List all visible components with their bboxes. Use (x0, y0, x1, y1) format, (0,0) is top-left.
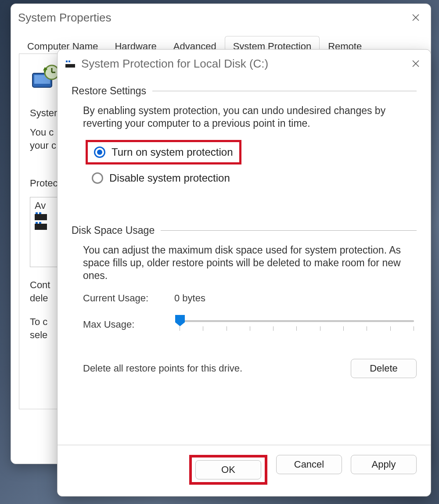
config-footer: OK Cancel Apply (58, 445, 431, 496)
radio-disable-system-protection[interactable]: Disable system protection (86, 168, 236, 188)
ok-button[interactable]: OK (195, 460, 261, 479)
delete-button[interactable]: Delete (351, 359, 417, 378)
restore-settings-header: Restore Settings (72, 85, 417, 97)
section-label: Restore Settings (72, 85, 146, 97)
max-usage-row: Max Usage: (83, 316, 417, 337)
system-properties-title: System Properties (18, 11, 111, 25)
radio-label: Turn on system protection (112, 146, 233, 159)
max-usage-slider[interactable] (175, 316, 414, 337)
delete-row: Delete all restore points for this drive… (83, 359, 417, 378)
system-protection-config-window: System Protection for Local Disk (C:) Re… (57, 49, 431, 497)
slider-ticks (180, 326, 414, 332)
delete-description: Delete all restore points for this drive… (83, 362, 242, 375)
drive-icon (35, 224, 47, 230)
ok-button-highlight: OK (189, 455, 267, 485)
divider (161, 230, 417, 231)
current-usage-value: 0 bytes (174, 292, 205, 304)
config-titlebar: System Protection for Local Disk (C:) (58, 50, 431, 78)
drive-icon (65, 60, 75, 68)
system-properties-titlebar: System Properties (11, 4, 431, 31)
close-button[interactable] (407, 9, 425, 26)
config-title: System Protection for Local Disk (C:) (81, 57, 268, 71)
section-label: Disk Space Usage (72, 224, 155, 237)
radio-turn-on-system-protection[interactable]: Turn on system protection (86, 140, 241, 164)
radio-icon (92, 172, 103, 184)
close-icon (411, 59, 420, 68)
max-usage-label: Max Usage: (83, 316, 158, 331)
apply-button[interactable]: Apply (351, 455, 417, 474)
close-button[interactable] (407, 55, 425, 72)
drive-icon (35, 214, 47, 220)
close-icon (411, 13, 420, 22)
slider-track (180, 320, 414, 322)
disk-space-header: Disk Space Usage (72, 224, 417, 237)
disk-space-description: You can adjust the maximum disk space us… (83, 244, 411, 282)
restore-radio-group: Turn on system protection Disable system… (86, 140, 417, 188)
current-usage-label: Current Usage: (83, 292, 158, 304)
radio-icon (94, 147, 105, 158)
current-usage-row: Current Usage: 0 bytes (83, 292, 417, 304)
slider-thumb[interactable] (175, 315, 185, 326)
restore-description: By enabling system protection, you can u… (83, 104, 411, 130)
cancel-button[interactable]: Cancel (276, 455, 342, 474)
divider (152, 91, 417, 91)
radio-label: Disable system protection (109, 172, 230, 185)
config-body: Restore Settings By enabling system prot… (58, 78, 431, 445)
